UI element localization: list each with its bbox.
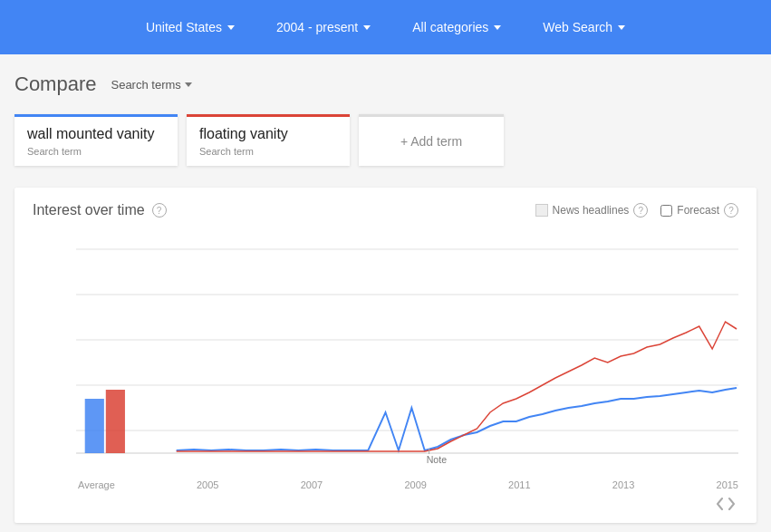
term-name-1: wall mounted vanity — [27, 126, 165, 142]
interest-controls: News headlines ? Forecast ? — [535, 203, 738, 218]
search-type-arrow-icon — [618, 25, 625, 30]
header: United States 2004 - present All categor… — [0, 0, 771, 54]
location-label: United States — [146, 20, 222, 34]
news-headlines-label: News headlines — [553, 204, 630, 217]
forecast-label: Forecast — [677, 204, 719, 217]
x-label-2013: 2013 — [612, 479, 634, 490]
search-type-dropdown[interactable]: Web Search — [535, 15, 632, 40]
term-type-2: Search term — [199, 146, 337, 157]
forecast-checkbox[interactable] — [660, 205, 672, 217]
search-terms-label: Search terms — [111, 78, 180, 92]
categories-arrow-icon — [494, 25, 501, 30]
interest-title-group: Interest over time ? — [33, 202, 167, 218]
x-label-2011: 2011 — [508, 479, 530, 490]
term-type-1: Search term — [27, 146, 165, 157]
location-arrow-icon — [227, 25, 235, 30]
add-term-button[interactable]: + Add term — [359, 114, 504, 166]
terms-row: wall mounted vanity Search term floating… — [14, 114, 757, 166]
interest-help-icon[interactable]: ? — [152, 203, 167, 218]
search-type-label: Web Search — [543, 20, 612, 34]
location-dropdown[interactable]: United States — [139, 15, 242, 40]
chart-svg: Note — [33, 231, 738, 476]
search-terms-arrow-icon — [185, 82, 192, 87]
compare-bar: Compare Search terms — [14, 73, 757, 96]
news-headlines-help-icon[interactable]: ? — [633, 203, 648, 218]
categories-label: All categories — [412, 20, 488, 34]
svg-text:Note: Note — [427, 454, 447, 465]
x-label-2007: 2007 — [301, 479, 323, 490]
forecast-group: Forecast ? — [660, 203, 738, 218]
term-name-2: floating vanity — [199, 126, 337, 142]
interest-title: Interest over time — [33, 202, 145, 218]
term-card-2[interactable]: floating vanity Search term — [187, 114, 350, 166]
search-terms-button[interactable]: Search terms — [111, 78, 191, 92]
svg-rect-7 — [106, 390, 125, 453]
compare-title: Compare — [14, 73, 96, 96]
chart-area: Note — [33, 231, 738, 476]
forecast-help-icon[interactable]: ? — [724, 203, 738, 218]
news-headlines-group: News headlines ? — [535, 203, 649, 218]
categories-dropdown[interactable]: All categories — [405, 15, 508, 40]
interest-header: Interest over time ? News headlines ? Fo… — [33, 202, 738, 218]
add-term-label: + Add term — [400, 134, 462, 149]
x-label-2009: 2009 — [404, 479, 426, 490]
date-range-arrow-icon — [363, 25, 371, 30]
interest-section: Interest over time ? News headlines ? Fo… — [14, 188, 757, 523]
date-range-label: 2004 - present — [276, 20, 358, 34]
x-label-2015: 2015 — [717, 479, 738, 490]
svg-rect-6 — [85, 399, 104, 453]
x-label-avg: Average — [78, 479, 115, 490]
main-content: Compare Search terms wall mounted vanity… — [0, 54, 771, 532]
news-headlines-checkbox-preview — [535, 204, 548, 217]
embed-code-button[interactable] — [33, 490, 738, 514]
x-label-2005: 2005 — [197, 479, 218, 490]
x-axis: Average 2005 2007 2009 2011 2013 2015 — [33, 476, 738, 490]
term-card-1[interactable]: wall mounted vanity Search term — [14, 114, 178, 166]
date-range-dropdown[interactable]: 2004 - present — [269, 15, 378, 40]
